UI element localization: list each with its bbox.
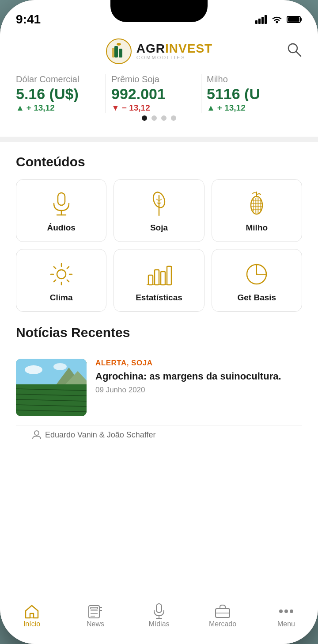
ticker-items: Dólar Comercial 5.16 (U$) ▲ + 13,12 Prêm… <box>16 74 302 113</box>
svg-point-72 <box>290 610 293 613</box>
conteudos-title: Conteúdos <box>16 154 302 169</box>
home-icon <box>24 604 40 618</box>
dots-icon <box>278 604 294 618</box>
ticker-item-soja[interactable]: Prêmio Soja 992.001 ▼ − 13,12 <box>111 74 207 113</box>
svg-rect-3 <box>265 15 267 24</box>
svg-rect-15 <box>58 193 65 205</box>
ticker-item-milho[interactable]: Milho 5116 (U ▲ + 13,12 <box>207 74 302 113</box>
search-button[interactable] <box>286 42 302 59</box>
svg-line-36 <box>67 267 68 268</box>
nav-midias[interactable]: Mídias <box>127 602 191 631</box>
svg-rect-59 <box>91 607 98 609</box>
news-date: 09 Junho 2020 <box>95 386 302 395</box>
svg-rect-9 <box>114 46 118 58</box>
svg-point-56 <box>34 431 39 435</box>
status-icons <box>255 15 302 24</box>
logo-icon <box>106 38 132 65</box>
svg-rect-11 <box>112 48 114 58</box>
logo-text: AGRINVEST commodities <box>136 42 212 60</box>
card-soja-label: Soja <box>150 223 168 233</box>
svg-point-46 <box>25 365 42 374</box>
conteudos-section: Conteúdos Áudios <box>0 142 318 321</box>
svg-rect-39 <box>155 270 159 285</box>
notch <box>110 0 208 22</box>
card-audios-label: Áudios <box>47 223 75 233</box>
nav-mercado-label: Mercado <box>209 620 236 628</box>
ticker-change-dolar: ▲ + 13,12 <box>16 103 101 113</box>
nav-news[interactable]: News <box>64 602 127 631</box>
dot-1[interactable] <box>142 115 147 121</box>
soja-icon <box>146 191 172 218</box>
svg-rect-2 <box>261 17 264 24</box>
pie-chart-icon <box>243 261 270 288</box>
ticker-section: Dólar Comercial 5.16 (U$) ▲ + 13,12 Prêm… <box>0 70 318 137</box>
card-estatisticas[interactable]: Estatísticas <box>114 249 204 312</box>
dot-4[interactable] <box>171 115 176 121</box>
svg-point-29 <box>57 270 66 279</box>
nav-mercado[interactable]: Mercado <box>191 602 254 631</box>
arrow-up-icon-2: ▲ <box>207 103 215 113</box>
ticker-item-dolar[interactable]: Dólar Comercial 5.16 (U$) ▲ + 13,12 <box>16 74 111 113</box>
corn-icon <box>243 191 270 218</box>
nav-news-label: News <box>87 620 104 628</box>
ticker-value-milho: 5116 (U <box>207 86 292 101</box>
search-icon <box>286 42 302 58</box>
ticker-change-soja: ▼ − 13,12 <box>111 103 196 113</box>
bar-chart-icon <box>146 261 172 288</box>
logo-agr: AGR <box>136 42 165 55</box>
svg-line-34 <box>54 267 56 268</box>
svg-line-37 <box>54 280 56 282</box>
svg-rect-38 <box>148 275 153 285</box>
news-tags: ALERTA, SOJA <box>95 359 302 368</box>
card-milho[interactable]: Milho <box>212 179 302 242</box>
svg-point-13 <box>288 44 297 53</box>
arrow-down-icon: ▼ <box>111 103 120 113</box>
mic-icon <box>48 191 75 218</box>
news-section: Notícias Recentes <box>0 321 318 453</box>
main-content: Conteúdos Áudios <box>0 142 318 596</box>
card-audios[interactable]: Áudios <box>16 179 106 242</box>
news-icon <box>87 604 103 618</box>
dot-2[interactable] <box>151 115 157 121</box>
news-image <box>16 359 87 416</box>
card-clima-label: Clima <box>50 293 73 303</box>
card-estatisticas-label: Estatísticas <box>136 293 182 303</box>
svg-point-12 <box>117 43 121 46</box>
bottom-nav: Início News <box>0 596 318 644</box>
phone-screen: 9:41 <box>0 0 318 644</box>
svg-line-14 <box>296 52 301 56</box>
briefcase-icon <box>215 604 231 618</box>
card-get-basis[interactable]: Get Basis <box>212 249 302 312</box>
ticker-label-dolar: Dólar Comercial <box>16 74 101 84</box>
news-item-title: Agrochina: as margens da suinocultura. <box>95 370 302 383</box>
nav-inicio[interactable]: Início <box>0 602 64 631</box>
card-clima[interactable]: Clima <box>16 249 106 312</box>
dot-3[interactable] <box>161 115 167 121</box>
card-get-basis-label: Get Basis <box>237 293 276 303</box>
sun-icon <box>48 261 75 288</box>
battery-icon <box>287 15 302 23</box>
ticker-label-milho: Milho <box>207 74 292 84</box>
ticker-value-soja: 992.001 <box>111 86 196 101</box>
svg-point-70 <box>279 610 283 613</box>
mic-nav-icon <box>151 604 167 618</box>
svg-rect-7 <box>288 17 299 22</box>
svg-rect-10 <box>119 49 122 58</box>
svg-rect-65 <box>156 604 162 613</box>
ticker-change-milho: ▲ + 13,12 <box>207 103 292 113</box>
svg-rect-0 <box>255 20 257 24</box>
status-bar: 9:41 <box>0 0 318 31</box>
news-image-inner <box>16 359 87 416</box>
content-grid: Áudios Soja <box>16 179 302 312</box>
news-author-name: Eduardo Vanin & João Schaffer <box>45 430 156 440</box>
svg-rect-1 <box>258 19 261 24</box>
section-divider <box>0 137 318 142</box>
arrow-up-icon: ▲ <box>16 103 24 113</box>
svg-rect-41 <box>167 266 171 285</box>
ticker-dots <box>16 113 302 128</box>
logo-invest: INVEST <box>165 42 212 55</box>
wifi-icon <box>271 15 283 24</box>
news-item[interactable]: ALERTA, SOJA Agrochina: as margens da su… <box>16 350 302 426</box>
nav-menu[interactable]: Menu <box>254 602 318 631</box>
card-soja[interactable]: Soja <box>114 179 204 242</box>
